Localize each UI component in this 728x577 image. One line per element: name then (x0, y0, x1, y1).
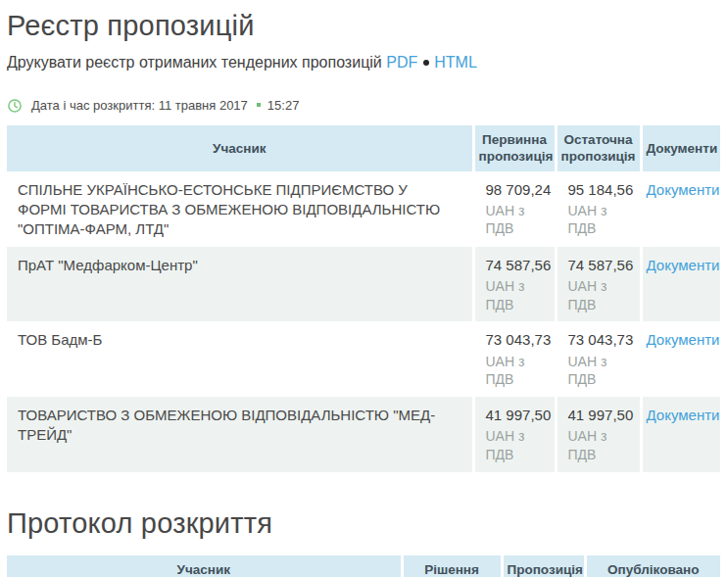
disclosure-label: Дата і час розкриття: (31, 98, 155, 113)
initial-bid-currency: UAH з ПДВ (486, 202, 549, 239)
protocol-title: Протокол розкриття (7, 507, 720, 540)
participant-name: ТОВАРИСТВО З ОБМЕЖЕНОЮ ВІДПОВІДАЛЬНІСТЮ … (7, 397, 473, 472)
initial-bid-cell: 41 997,50 UAH з ПДВ (473, 397, 556, 472)
initial-bid-cell: 98 709,24 UAH з ПДВ (473, 171, 556, 247)
circle-bullet-icon (423, 60, 429, 66)
column-header-documents: Документи (641, 125, 720, 171)
initial-bid-cell: 73 043,73 UAH з ПДВ (473, 321, 556, 397)
final-bid-currency: UAH з ПДВ (568, 277, 634, 314)
participant-name: ТОВ Бадм-Б (7, 321, 473, 397)
initial-bid-amount: 74 587,56 (486, 256, 549, 275)
final-bid-cell: 41 997,50 UAH з ПДВ (556, 397, 641, 472)
documents-cell: Документи (641, 171, 720, 247)
final-bid-amount: 74 587,56 (568, 256, 634, 275)
table-row: ПрАТ "Медфарком-Центр" 74 587,56 UAH з П… (7, 247, 720, 322)
green-square-icon (257, 103, 261, 107)
column-header-published: Опубліковано (585, 555, 720, 577)
column-header-participant: Учасник (7, 125, 473, 171)
html-link[interactable]: HTML (434, 54, 477, 71)
final-bid-cell: 95 184,56 UAH з ПДВ (556, 171, 641, 247)
tender-proposals-page: Реєстр пропозицій Друкувати реєстр отрим… (0, 0, 728, 577)
documents-cell: Документи (641, 321, 720, 397)
final-bid-amount: 73 043,73 (568, 330, 634, 350)
documents-cell: Документи (641, 247, 720, 322)
initial-bid-currency: UAH з ПДВ (486, 427, 549, 464)
initial-bid-amount: 73 043,73 (486, 330, 549, 350)
column-header-initial-bid: Первинна пропозиція (473, 125, 556, 171)
documents-cell: Документи (641, 397, 720, 472)
initial-bid-currency: UAH з ПДВ (486, 353, 549, 390)
initial-bid-amount: 41 997,50 (486, 406, 549, 425)
table-row: ТОВ Бадм-Б 73 043,73 UAH з ПДВ 73 043,73… (7, 321, 720, 397)
initial-bid-cell: 74 587,56 UAH з ПДВ (473, 247, 556, 322)
disclosure-datetime-line: Дата і час розкриття: 11 травня 2017 15:… (7, 98, 720, 113)
column-header-participant: Учасник (7, 555, 402, 577)
protocol-table-header-row: Учасник Рішення Пропозиція Опубліковано (7, 555, 720, 577)
documents-link[interactable]: Документи (647, 181, 720, 198)
register-table-header-row: Учасник Первинна пропозиція Остаточна пр… (7, 125, 720, 171)
column-header-final-bid: Остаточна пропозиція (556, 125, 641, 171)
disclosure-date: 11 травня 2017 (159, 98, 248, 113)
participant-name: СПІЛЬНЕ УКРАЇНСЬКО-ЕСТОНСЬКЕ ПІДПРИЄМСТВ… (7, 171, 473, 247)
final-bid-currency: UAH з ПДВ (568, 427, 634, 464)
print-register-line: Друкувати реєстр отриманих тендерних про… (7, 54, 720, 72)
print-register-text: Друкувати реєстр отриманих тендерних про… (7, 54, 382, 71)
final-bid-cell: 74 587,56 UAH з ПДВ (556, 247, 641, 322)
final-bid-currency: UAH з ПДВ (568, 202, 634, 239)
column-header-bid: Пропозиція (502, 555, 585, 577)
initial-bid-currency: UAH з ПДВ (486, 277, 549, 314)
disclosure-time: 15:27 (267, 98, 300, 113)
table-row: ТОВАРИСТВО З ОБМЕЖЕНОЮ ВІДПОВІДАЛЬНІСТЮ … (7, 397, 720, 472)
pdf-link[interactable]: PDF (386, 54, 417, 71)
register-table: Учасник Первинна пропозиція Остаточна пр… (7, 125, 720, 472)
protocol-table: Учасник Рішення Пропозиція Опубліковано … (7, 555, 720, 577)
register-title: Реєстр пропозицій (7, 10, 720, 42)
clock-icon (8, 99, 22, 113)
final-bid-amount: 95 184,56 (568, 180, 634, 200)
final-bid-cell: 73 043,73 UAH з ПДВ (556, 321, 641, 397)
column-header-decision: Рішення (402, 555, 502, 577)
final-bid-amount: 41 997,50 (568, 406, 634, 425)
table-row: СПІЛЬНЕ УКРАЇНСЬКО-ЕСТОНСЬКЕ ПІДПРИЄМСТВ… (7, 171, 720, 247)
documents-link[interactable]: Документи (647, 331, 720, 348)
initial-bid-amount: 98 709,24 (486, 180, 549, 200)
participant-name: ПрАТ "Медфарком-Центр" (7, 247, 473, 322)
documents-link[interactable]: Документи (647, 407, 720, 423)
final-bid-currency: UAH з ПДВ (568, 353, 634, 390)
documents-link[interactable]: Документи (647, 257, 720, 273)
